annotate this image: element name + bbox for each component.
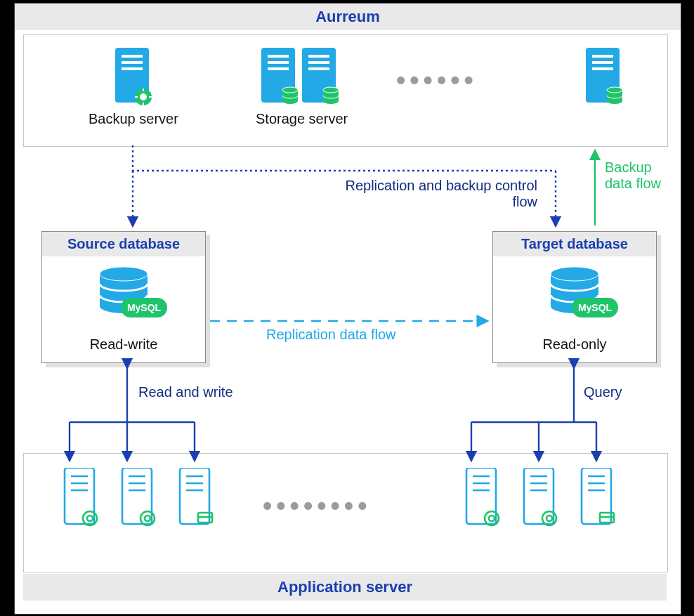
svg-point-57 — [145, 516, 150, 521]
mysql-db-icon: MySQL — [545, 267, 622, 330]
aurreum-ellipsis: •••••• — [396, 67, 478, 93]
storage-server-label: Storage server — [256, 111, 348, 127]
source-database-title: Source database — [42, 232, 205, 256]
svg-rect-1 — [122, 55, 143, 58]
mysql-db-icon: MySQL — [94, 267, 171, 330]
svg-rect-13 — [268, 67, 289, 70]
svg-rect-12 — [268, 61, 289, 64]
source-database-box: Source database MySQL Read-write — [41, 231, 206, 363]
svg-point-16 — [282, 98, 298, 104]
target-database-title: Target database — [493, 232, 656, 256]
svg-point-24 — [323, 98, 339, 104]
target-db-mode-label: Read-only — [493, 336, 656, 353]
aurreum-servers-row — [24, 35, 667, 146]
diagram-canvas: Aurreum — [14, 3, 681, 615]
source-db-mode-label: Read-write — [42, 336, 205, 353]
svg-point-32 — [607, 98, 622, 104]
svg-text:MySQL: MySQL — [127, 302, 162, 313]
svg-rect-11 — [268, 55, 289, 58]
backup-server-label: Backup server — [89, 111, 178, 127]
svg-rect-21 — [308, 67, 329, 70]
flow-backup-data-label: Backup data flow — [605, 159, 661, 192]
appserver-ellipsis: •••••••• — [263, 492, 371, 519]
svg-rect-29 — [592, 67, 613, 70]
diagram-frame: Aurreum — [0, 0, 694, 616]
flow-replication-backup-control-label: Replication and backup control flow — [299, 178, 537, 210]
flow-read-write-label: Read and write — [138, 384, 233, 400]
svg-point-51 — [87, 516, 93, 521]
flow-replication-data-label: Replication data flow — [266, 327, 396, 343]
svg-point-75 — [546, 516, 552, 521]
svg-point-69 — [489, 516, 495, 521]
svg-rect-2 — [122, 61, 143, 64]
svg-rect-20 — [308, 61, 329, 64]
svg-rect-19 — [308, 55, 329, 58]
flow-query-label: Query — [584, 384, 622, 400]
aurreum-container: •••••• Backup server Storage server — [23, 34, 668, 147]
svg-rect-3 — [122, 67, 143, 70]
svg-point-5 — [140, 93, 147, 100]
svg-rect-28 — [592, 61, 613, 64]
aurreum-title-bar: Aurreum — [15, 4, 681, 30]
svg-rect-27 — [592, 55, 613, 58]
svg-text:MySQL: MySQL — [578, 302, 613, 313]
appserver-title-bar: Application server — [23, 574, 667, 601]
appserver-container: •••••••• — [23, 453, 668, 572]
target-database-box: Target database MySQL Read-only — [492, 231, 657, 363]
